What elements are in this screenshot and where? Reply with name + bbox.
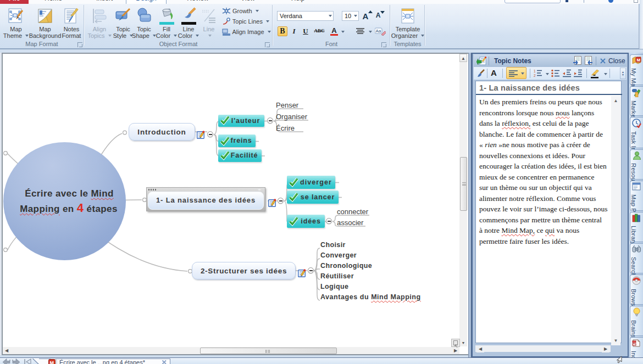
svg-text:2: 2 xyxy=(534,74,536,77)
svg-text:1: 1 xyxy=(534,69,536,73)
svg-text:Aa: Aa xyxy=(376,29,381,33)
svg-text:M: M xyxy=(637,58,641,63)
svg-text:M: M xyxy=(50,360,54,364)
